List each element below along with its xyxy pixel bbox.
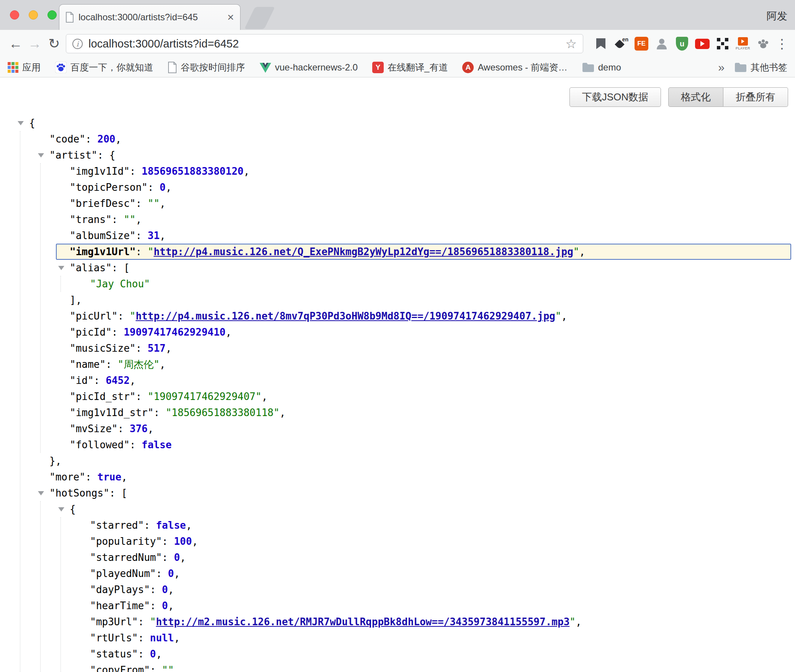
extension-flag-icon[interactable] [593, 36, 609, 52]
back-icon[interactable]: ← [6, 34, 25, 53]
json-token: "mvSize" [70, 423, 118, 434]
collapse-toggle-icon[interactable] [18, 121, 24, 125]
extension-player-icon[interactable]: PLAYER [735, 36, 751, 52]
json-token: 0 [162, 600, 168, 611]
json-line: "status": 0, [0, 646, 795, 662]
collapse-toggle-icon[interactable] [38, 153, 44, 157]
download-json-button[interactable]: 下载JSON数据 [569, 87, 661, 107]
bookmark-apps[interactable]: 应用 [8, 61, 41, 74]
json-token: , [148, 423, 154, 434]
other-bookmarks-label: 其他书签 [751, 61, 787, 74]
format-button[interactable]: 格式化 [668, 87, 723, 107]
extension-paw-icon[interactable] [755, 36, 771, 52]
url-input[interactable]: localhost:3000/artists?id=6452 [88, 38, 239, 50]
json-token: 0 [174, 552, 180, 563]
bookmark-awesomes[interactable]: A Awesomes - 前端资… [462, 61, 567, 74]
json-token: : [148, 182, 160, 193]
json-token: " [130, 310, 136, 322]
json-token: , [561, 310, 568, 322]
bookmark-demo-folder[interactable]: demo [582, 62, 621, 73]
extension-youtube-icon[interactable] [694, 36, 710, 52]
json-line: "rtUrls": null, [0, 630, 795, 646]
json-line: "code": 200, [0, 131, 795, 147]
json-line: "name": "周杰伦", [0, 356, 795, 372]
json-token: " [150, 616, 156, 628]
json-token: , [192, 536, 198, 547]
json-token: " [148, 246, 154, 257]
bookmark-vue-hackernews[interactable]: vue-hackernews-2.0 [260, 62, 358, 73]
bookmark-google-sort[interactable]: 谷歌按时间排序 [168, 61, 245, 74]
json-token: "alias" [70, 262, 112, 274]
reload-icon[interactable]: ↻ [44, 34, 64, 53]
translate-label: en [622, 36, 628, 43]
json-token: 6452 [106, 375, 130, 386]
json-token: "19097417462929407" [148, 391, 262, 402]
json-token: "周杰伦" [118, 359, 159, 370]
json-token: , [174, 664, 180, 672]
json-token: "code" [49, 133, 85, 145]
json-token: [ [121, 487, 128, 499]
collapse-all-button[interactable]: 折叠所有 [723, 87, 788, 107]
json-token: , [262, 391, 268, 402]
browser-tab[interactable]: localhost:3000/artists?id=645 × [59, 4, 240, 30]
collapse-toggle-icon[interactable] [38, 491, 44, 495]
json-token: "img1v1Url" [70, 246, 136, 257]
json-line: "briefDesc": "", [0, 195, 795, 211]
json-link[interactable]: http://p4.music.126.net/8mv7qP30Pd3oHW8b… [136, 310, 555, 322]
bookmark-youdao[interactable]: Y 在线翻译_有道 [372, 61, 448, 74]
profile-name[interactable]: 阿发 [767, 9, 787, 23]
browser-toolbar: ← → ↻ i localhost:3000/artists?id=6452 ☆… [0, 30, 795, 57]
json-token: "picUrl" [70, 310, 118, 322]
json-token: : [85, 133, 97, 145]
browser-menu-icon[interactable]: ⋮ [775, 36, 789, 52]
json-line: "mp3Url": "http://m2.music.126.net/RMJR7… [0, 614, 795, 630]
json-token: : [144, 520, 156, 531]
json-token: "trans" [70, 214, 112, 225]
folder-icon [582, 62, 594, 72]
json-token: "musicSize" [70, 343, 136, 354]
tab-close-icon[interactable]: × [227, 11, 234, 23]
bookmarks-overflow-icon[interactable]: » [718, 61, 725, 74]
json-token: , [168, 584, 174, 595]
json-token: 376 [130, 423, 148, 434]
bookmark-baidu[interactable]: 百度一下，你就知道 [55, 61, 153, 74]
minimize-window-button[interactable] [29, 10, 38, 20]
page-content: 下载JSON数据 格式化 折叠所有 {"code": 200,"artist":… [0, 77, 795, 672]
extension-shield-icon[interactable]: u [674, 36, 690, 52]
close-window-button[interactable] [10, 10, 19, 20]
extension-translate-pen-icon[interactable]: en [613, 36, 629, 52]
json-line: ], [0, 292, 795, 308]
other-bookmarks[interactable]: 其他书签 [734, 61, 787, 74]
json-token: { [70, 503, 76, 515]
collapse-toggle-icon[interactable] [58, 507, 64, 511]
address-bar[interactable]: i localhost:3000/artists?id=6452 ☆ [66, 34, 583, 53]
extension-profile-silhouette-icon[interactable] [654, 36, 670, 52]
json-token: "status" [90, 648, 138, 660]
page-info-icon[interactable]: i [72, 39, 83, 49]
json-line: "alias": [ [0, 260, 795, 276]
bookmark-star-icon[interactable]: ☆ [565, 36, 577, 51]
zoom-window-button[interactable] [47, 10, 57, 20]
json-token: "mp3Url" [90, 616, 138, 628]
extension-qr-code-icon[interactable] [715, 36, 731, 52]
collapse-toggle-icon[interactable] [58, 266, 64, 270]
indent-guide [20, 131, 20, 672]
json-token: "copyFrom" [90, 664, 150, 672]
json-line: "followed": false [0, 437, 795, 453]
json-token: "popularity" [90, 536, 162, 547]
json-token: , [244, 166, 250, 177]
json-token: "albumSize" [70, 230, 136, 241]
forward-icon[interactable]: → [25, 34, 44, 53]
json-viewer: {"code": 200,"artist": {"img1v1Id": 1856… [0, 115, 795, 672]
json-token: " [555, 310, 561, 322]
json-token: , [165, 343, 172, 354]
json-link[interactable]: http://p4.music.126.net/Q_ExePNkmgB2yWyL… [154, 246, 573, 257]
json-link[interactable]: http://m2.music.126.net/RMJR7wDullRqppBk… [156, 616, 569, 628]
new-tab-button[interactable] [244, 7, 275, 29]
json-token: : [156, 568, 168, 579]
json-token: "dayPlays" [90, 584, 150, 595]
json-token: : [112, 214, 124, 225]
extension-fe-icon[interactable]: FE [633, 36, 649, 52]
json-token: : [138, 648, 150, 660]
json-token: "id" [70, 375, 94, 386]
